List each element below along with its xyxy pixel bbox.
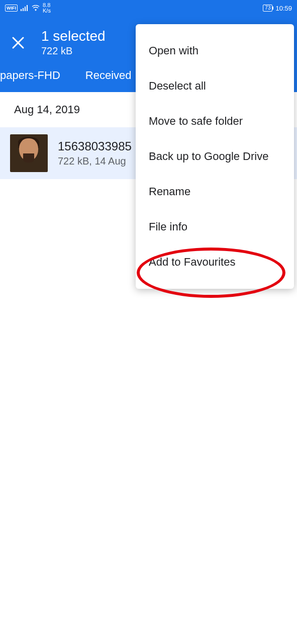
wifi-badge: WIFI <box>5 5 18 12</box>
svg-rect-1 <box>23 8 24 11</box>
close-icon[interactable] <box>10 35 26 51</box>
status-bar: WIFI 8.8 K/s 73 10:59 <box>0 0 297 16</box>
speed-unit: K/s <box>43 8 51 14</box>
tab-received[interactable]: Received <box>85 69 132 82</box>
file-meta: 722 kB, 14 Aug <box>58 155 132 167</box>
context-menu: Open with Deselect all Move to safe fold… <box>136 24 294 289</box>
selection-count: 1 selected <box>41 28 106 44</box>
menu-add-favourites[interactable]: Add to Favourites <box>136 245 294 280</box>
menu-rename[interactable]: Rename <box>136 174 294 209</box>
svg-rect-2 <box>25 7 26 11</box>
status-right: 73 10:59 <box>263 5 292 12</box>
svg-rect-0 <box>21 9 22 11</box>
status-left: WIFI 8.8 K/s <box>5 3 51 14</box>
menu-backup-drive[interactable]: Back up to Google Drive <box>136 139 294 174</box>
menu-file-info[interactable]: File info <box>136 209 294 245</box>
signal-icon <box>21 5 29 11</box>
selection-size: 722 kB <box>41 45 106 57</box>
wifi-icon <box>32 5 40 11</box>
menu-deselect-all[interactable]: Deselect all <box>136 68 294 104</box>
file-thumbnail <box>10 134 48 172</box>
selection-title-block: 1 selected 722 kB <box>41 28 106 57</box>
tab-papers-fhd[interactable]: papers-FHD <box>0 69 60 82</box>
file-info-block: 15638033985 722 kB, 14 Aug <box>58 139 132 167</box>
network-speed: 8.8 K/s <box>43 3 51 14</box>
file-name: 15638033985 <box>58 139 132 153</box>
battery-icon: 73 <box>263 5 272 12</box>
menu-open-with[interactable]: Open with <box>136 33 294 68</box>
menu-move-safe-folder[interactable]: Move to safe folder <box>136 104 294 139</box>
clock: 10:59 <box>275 5 292 12</box>
svg-rect-3 <box>27 5 28 11</box>
